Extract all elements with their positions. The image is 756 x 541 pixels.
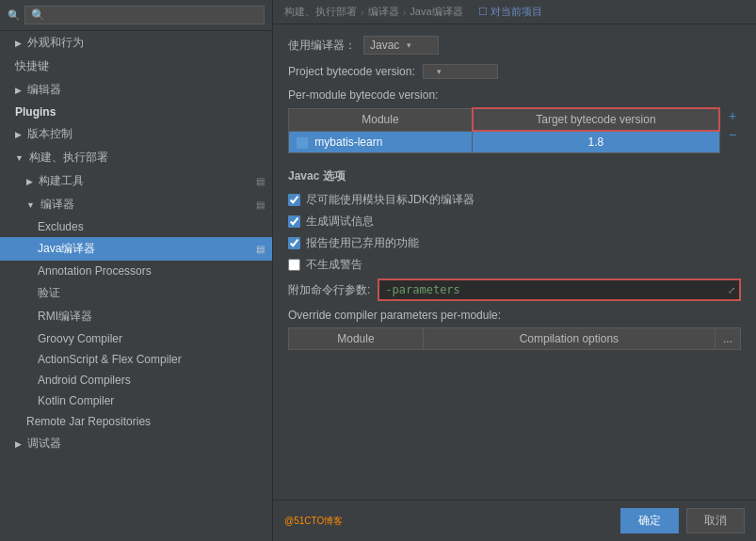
module-table: Module Target bytecode version mybatis-l…: [288, 107, 720, 153]
sidebar-item-annotation-processors[interactable]: Annotation Processors: [0, 261, 272, 281]
triangle-icon: ▶: [15, 130, 22, 139]
remove-module-button[interactable]: −: [724, 126, 741, 143]
override-table: Module Compilation options ...: [288, 327, 741, 350]
sidebar-item-editor[interactable]: ▶ 编辑器: [0, 78, 272, 102]
dialog-footer: @51CTO博客 确定 取消: [273, 500, 756, 541]
sidebar-item-label: 快捷键: [15, 58, 49, 74]
triangle-icon: ▶: [26, 177, 33, 186]
main-content: 使用编译器： Javac ▾ Project bytecode version:…: [273, 24, 756, 500]
sidebar-item-groovy-compiler[interactable]: Groovy Compiler: [0, 328, 272, 349]
sidebar-item-label: 调试器: [27, 436, 61, 452]
sidebar-item-rmi-compiler[interactable]: RMI编译器: [0, 305, 272, 328]
sidebar-item-build-exec[interactable]: ▼ 构建、执行部署: [0, 146, 272, 169]
sidebar-item-label: 验证: [38, 285, 60, 301]
checkbox-row-2: 报告使用已弃用的功能: [288, 235, 741, 251]
chevron-down-icon: ▾: [437, 67, 442, 76]
dialog-body: 🔍 ▶ 外观和行为 快捷键 ▶ 编辑器 Plugins ▶ 版本控制: [0, 0, 756, 541]
override-dots-header: ...: [715, 328, 740, 350]
no-warnings-label: 不生成警告: [306, 257, 362, 273]
sidebar-item-actionscript-compiler[interactable]: ActionScript & Flex Compiler: [0, 349, 272, 370]
debug-info-checkbox[interactable]: [288, 215, 300, 228]
param-expand-button[interactable]: ⤢: [724, 283, 739, 297]
compiler-selector-row: 使用编译器： Javac ▾: [288, 36, 741, 55]
sidebar-item-appearance[interactable]: ▶ 外观和行为: [0, 31, 272, 55]
copy-icon: ▤: [256, 244, 265, 254]
additional-params-wrapper: ⤢: [378, 278, 741, 301]
sidebar-item-label: Android Compilers: [38, 374, 131, 387]
breadcrumb-sep2: ›: [403, 7, 407, 18]
override-module-header: Module: [289, 328, 424, 350]
sidebar-item-android-compilers[interactable]: Android Compilers: [0, 370, 272, 390]
module-col-header: Module: [289, 108, 473, 131]
checkbox-row-1: 生成调试信息: [288, 214, 741, 230]
ok-button[interactable]: 确定: [620, 508, 679, 533]
sidebar-item-label: Excludes: [38, 220, 84, 233]
triangle-icon: ▶: [15, 86, 22, 95]
module-table-wrapper: Module Target bytecode version mybatis-l…: [288, 107, 741, 165]
per-module-title: Per-module bytecode version:: [288, 88, 741, 102]
compiler-select[interactable]: Javac ▾: [363, 36, 439, 55]
breadcrumb: 构建、执行部署 › 编译器 › Java编译器 ☐ 对当前项目: [273, 0, 756, 24]
cancel-button[interactable]: 取消: [686, 508, 745, 533]
use-module-jdk-label: 尽可能使用模块目标JDK的编译器: [306, 192, 475, 208]
sidebar-item-remote-jar[interactable]: Remote Jar Repositories: [0, 411, 272, 432]
sidebar-item-excludes[interactable]: Excludes: [0, 216, 272, 237]
sidebar-item-label: ActionScript & Flex Compiler: [38, 353, 182, 366]
sidebar-item-plugins[interactable]: Plugins: [0, 102, 272, 122]
compiler-value: Javac: [370, 39, 399, 52]
report-deprecated-label: 报告使用已弃用的功能: [306, 235, 419, 251]
sidebar-item-debugger[interactable]: ▶ 调试器: [0, 432, 272, 455]
bytecode-version-select[interactable]: ▾: [423, 64, 498, 79]
triangle-icon: ▶: [15, 439, 22, 449]
sidebar-item-label: Java编译器: [38, 241, 95, 257]
sidebar-item-label: 编译器: [40, 197, 74, 213]
triangle-icon: ▶: [15, 39, 22, 48]
sidebar-item-label: Kotlin Compiler: [38, 394, 114, 407]
table-actions: + −: [724, 107, 741, 143]
sidebar-item-validation[interactable]: 验证: [0, 281, 272, 305]
module-name-cell: mybatis-learn: [289, 131, 473, 153]
watermark: @51CTO博客: [284, 515, 343, 528]
sidebar-item-label: 编辑器: [27, 82, 61, 98]
triangle-open-icon: ▼: [15, 153, 24, 163]
sidebar-item-vcs[interactable]: ▶ 版本控制: [0, 122, 272, 146]
override-label: Override compiler parameters per-module:: [288, 309, 741, 322]
sidebar-item-keymap[interactable]: 快捷键: [0, 55, 272, 78]
breadcrumb-part1: 构建、执行部署: [284, 5, 357, 19]
search-input[interactable]: [24, 6, 265, 24]
copy-icon: ▤: [256, 176, 265, 186]
additional-params-input[interactable]: [379, 280, 724, 299]
sidebar-item-compiler[interactable]: ▼ 编译器 ▤: [0, 193, 272, 216]
module-icon: [297, 137, 308, 149]
checkbox-row-0: 尽可能使用模块目标JDK的编译器: [288, 192, 741, 208]
sidebar-item-label: 构建工具: [39, 173, 84, 189]
bytecode-version-label: Project bytecode version:: [288, 65, 415, 78]
sidebar-item-label: Remote Jar Repositories: [26, 415, 151, 428]
table-row[interactable]: mybatis-learn 1.8: [289, 131, 720, 153]
settings-dialog: 🔍 ▶ 外观和行为 快捷键 ▶ 编辑器 Plugins ▶ 版本控制: [0, 0, 756, 541]
module-name: mybatis-learn: [314, 135, 382, 149]
chevron-down-icon: ▾: [407, 40, 411, 50]
watermark-text: @51CTO博客: [284, 516, 343, 526]
additional-params-row: 附加命令行参数: ⤢: [288, 278, 741, 301]
sidebar-item-kotlin-compiler[interactable]: Kotlin Compiler: [0, 390, 272, 411]
sidebar-item-java-compiler[interactable]: Java编译器 ▤: [0, 237, 272, 261]
copy-icon: ▤: [256, 199, 265, 210]
breadcrumb-sep1: ›: [361, 7, 364, 18]
sidebar-item-build-tools[interactable]: ▶ 构建工具 ▤: [0, 169, 272, 193]
debug-info-label: 生成调试信息: [306, 214, 374, 230]
target-version-col-header: Target bytecode version: [473, 108, 719, 131]
compiler-label: 使用编译器：: [288, 38, 356, 54]
report-deprecated-checkbox[interactable]: [288, 237, 300, 249]
sidebar-item-label: RMI编译器: [38, 309, 92, 325]
add-module-button[interactable]: +: [724, 107, 741, 124]
no-warnings-checkbox[interactable]: [288, 259, 300, 271]
additional-params-label: 附加命令行参数:: [288, 282, 370, 298]
project-link[interactable]: ☐ 对当前项目: [478, 5, 542, 19]
search-bar: 🔍: [0, 0, 272, 31]
use-module-jdk-checkbox[interactable]: [288, 194, 300, 206]
breadcrumb-part3: Java编译器: [410, 5, 462, 19]
javac-options: Javac 选项 尽可能使用模块目标JDK的编译器 生成调试信息 报告使用已弃用…: [288, 168, 741, 350]
search-icon: 🔍: [8, 9, 21, 22]
sidebar-item-label: Plugins: [15, 105, 56, 119]
